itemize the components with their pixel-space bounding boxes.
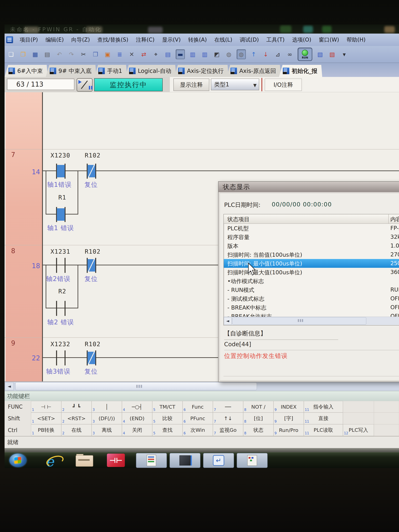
dialog-horizontal-scrollbar[interactable]: ◄ ⦀⦀⦀: [224, 317, 399, 325]
menu-item-1[interactable]: 编辑(E): [42, 35, 68, 44]
funckey-Shift-1[interactable]: 1<SET>: [31, 412, 61, 424]
tab-Axis-定位执行[interactable]: Axis-定位执行: [174, 65, 228, 77]
dialog-titlebar[interactable]: 状态显示: [219, 182, 399, 192]
funckey-Ctrl-12[interactable]: 12PLC写入: [343, 424, 374, 436]
menu-item-8[interactable]: 调试(D): [236, 35, 263, 44]
menu-item-12[interactable]: 帮助(H): [343, 35, 369, 44]
save-icon[interactable]: ▦: [31, 50, 39, 59]
funckey-FUNC-4[interactable]: 4─○┤: [122, 401, 152, 412]
contact-x1231-off[interactable]: [56, 258, 65, 273]
funckey-FUNC-1[interactable]: 1⊣ ⊢: [31, 401, 61, 412]
contact-r2-off[interactable]: [56, 301, 65, 316]
contact-x1232-off[interactable]: [56, 350, 65, 365]
tab-Logical-自动[interactable]: Logical-自动: [125, 65, 176, 77]
status-row-9[interactable]: - BREAK中标志OFF: [224, 303, 399, 312]
scroll-left-arrow-icon[interactable]: ◄: [224, 317, 232, 325]
status-row-8[interactable]: - 测试模式标志OFF: [224, 294, 399, 303]
funckey-FUNC-6[interactable]: 6Func: [183, 401, 213, 412]
funckey-FUNC-7[interactable]: 7──: [213, 401, 243, 412]
tab-初始化_报[interactable]: 初始化_报: [279, 65, 322, 77]
fpwin-taskbar-icon[interactable]: ⊣⊢: [107, 454, 125, 467]
funckey-Shift-6[interactable]: 6PFunc: [183, 412, 213, 424]
funckey-Shift-11[interactable]: 11直接: [304, 412, 343, 424]
total-check-icon[interactable]: ∞: [285, 50, 294, 59]
contact-r102-nc-on[interactable]: [87, 258, 96, 273]
start-button[interactable]: [9, 454, 26, 467]
monitor-toggle-button[interactable]: [77, 78, 93, 92]
ladder-horizontal-scrollbar[interactable]: ◄ ⦀⦀⦀: [5, 381, 399, 391]
cut-icon[interactable]: ✂: [79, 50, 88, 59]
find-register-icon[interactable]: ▧: [316, 50, 324, 59]
insert-row-icon[interactable]: ≣: [115, 50, 124, 59]
download-plc-icon[interactable]: ↓: [261, 50, 270, 59]
funckey-Ctrl-8[interactable]: 8状态: [243, 424, 273, 436]
tab-6#入中束[interactable]: 6#入中束: [5, 65, 48, 77]
tab-Axis-原点返回[interactable]: Axis-原点返回: [227, 65, 281, 77]
status-row-3[interactable]: 扫描时间: 当前值(100us单位)2700: [224, 250, 399, 259]
status-row-10[interactable]: - BREAK允许标志OFF: [224, 312, 399, 317]
online-edit-icon[interactable]: ◍: [225, 50, 233, 59]
funckey-FUNC-8[interactable]: 8NOT /: [243, 401, 273, 412]
scrollbar-thumb[interactable]: ⦀⦀⦀: [232, 317, 366, 325]
menu-item-2[interactable]: 向导(Z): [68, 35, 94, 44]
menu-item-4[interactable]: 注释(C): [132, 35, 158, 44]
tab-手动1[interactable]: 手动1: [94, 65, 127, 77]
funckey-Ctrl-1[interactable]: 1PB转换: [31, 424, 61, 436]
funckey-Ctrl-3[interactable]: 3离线: [92, 424, 122, 436]
status-row-2[interactable]: 版本1.0: [224, 241, 399, 250]
monitor-view-icon[interactable]: ▬: [176, 49, 185, 59]
contact-x1230-on[interactable]: [56, 164, 65, 179]
funckey-Shift-9[interactable]: 9[字]: [273, 412, 304, 424]
tab-9# 中束入底[interactable]: 9# 中束入底: [46, 65, 96, 77]
funckey-Ctrl-11[interactable]: 11PLC读取: [304, 424, 343, 436]
print-icon[interactable]: ▤: [43, 50, 51, 59]
contact-r1-on[interactable]: [56, 207, 65, 222]
device-monitor-icon[interactable]: ◩: [213, 50, 221, 59]
menu-item-10[interactable]: 选项(O): [288, 35, 315, 44]
new-file-icon[interactable]: ❏: [7, 50, 15, 59]
page-view-icon[interactable]: ▤: [164, 50, 172, 59]
page-list2-icon[interactable]: ▥: [201, 50, 209, 59]
menu-item-9[interactable]: 工具(T): [263, 35, 288, 44]
funckey-Shift-7[interactable]: 7↑↓: [213, 412, 243, 424]
internet-explorer-icon[interactable]: e: [46, 454, 63, 467]
funckey-Shift-2[interactable]: 2<RST>: [61, 412, 92, 424]
online-monitor-icon[interactable]: ◍: [237, 49, 246, 59]
find-icon[interactable]: ⌖: [152, 50, 160, 59]
menu-item-11[interactable]: 窗口(W): [315, 35, 343, 44]
funckey-Shift-5[interactable]: 5比较: [152, 412, 183, 424]
toolbar-more-icon[interactable]: ▾: [340, 50, 348, 59]
funckey-Shift-3[interactable]: 3(DF(/)): [92, 412, 122, 424]
funckey-Shift-4[interactable]: 4(END): [122, 412, 152, 424]
funckey-FUNC-3[interactable]: 3│: [92, 401, 122, 412]
page-list-icon[interactable]: ▥: [188, 50, 197, 59]
funckey-Ctrl-9[interactable]: 9Run/Pro: [273, 424, 304, 436]
contact-r102-nc-on[interactable]: [87, 164, 96, 179]
io-comment-button[interactable]: I/O注释: [265, 79, 302, 91]
upload-plc-icon[interactable]: ↑: [249, 50, 258, 59]
contact-r102-nc-on[interactable]: [87, 350, 96, 365]
wire-branch-icon[interactable]: ⇄: [139, 50, 148, 59]
menu-item-3[interactable]: 查找/替换(S): [94, 35, 132, 44]
comment-type-select[interactable]: 类型1▼: [211, 79, 259, 90]
funckey-Ctrl-4[interactable]: 4关闭: [122, 424, 152, 436]
task-card-button[interactable]: [237, 453, 268, 468]
funckey-Ctrl-6[interactable]: 6次Win: [183, 424, 213, 436]
status-row-0[interactable]: PLC机型FP-X: [224, 224, 399, 233]
funckey-FUNC-11[interactable]: 11指令输入: [304, 401, 343, 412]
delete-row-icon[interactable]: ✕: [127, 50, 136, 59]
find-contact-icon[interactable]: ▧: [328, 50, 336, 59]
program-check-icon[interactable]: ⊿: [273, 50, 282, 59]
menu-item-5[interactable]: 显示(V): [158, 35, 184, 44]
funckey-FUNC-9[interactable]: 9INDEX: [273, 401, 304, 412]
scroll-left-arrow-icon[interactable]: ◄: [5, 382, 14, 390]
funckey-Shift-8[interactable]: 8[位]: [243, 412, 273, 424]
funckey-FUNC-2[interactable]: 2┛ ┗: [61, 401, 92, 412]
status-row-7[interactable]: - RUN模式RUN: [224, 285, 399, 294]
redo-icon[interactable]: ↷: [67, 50, 76, 59]
funckey-Ctrl-5[interactable]: 5查找: [152, 424, 183, 436]
explorer-folder-icon[interactable]: [76, 454, 94, 467]
funckey-FUNC-5[interactable]: 5TM/CT: [152, 401, 183, 412]
open-file-icon[interactable]: ❐: [19, 50, 27, 59]
task-device-button[interactable]: [170, 453, 201, 468]
